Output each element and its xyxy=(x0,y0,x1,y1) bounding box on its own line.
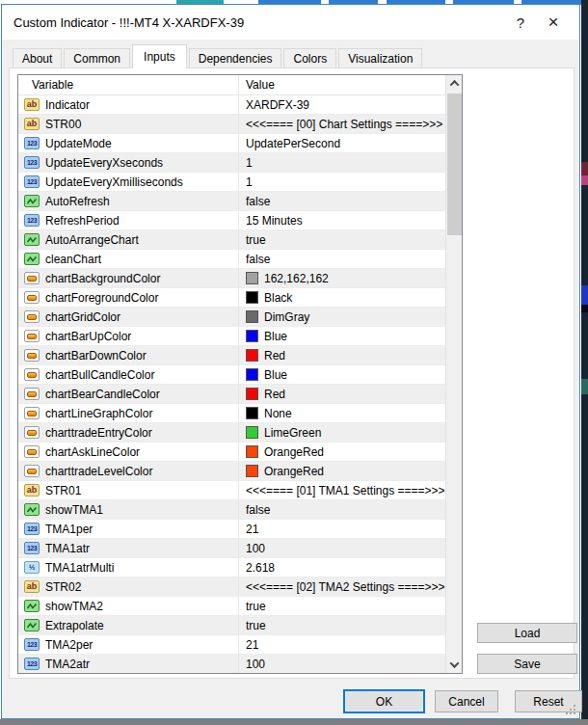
table-row[interactable]: chartGridColorDimGray xyxy=(18,308,445,327)
cancel-button[interactable]: Cancel xyxy=(435,690,498,712)
variable-cell[interactable]: chartBarDownColor xyxy=(18,346,239,364)
variable-cell[interactable]: cleanChart xyxy=(18,250,239,268)
table-row[interactable]: chartBarUpColorBlue xyxy=(18,327,445,346)
value-cell[interactable]: 162,162,162 xyxy=(239,269,445,287)
value-cell[interactable]: OrangeRed xyxy=(239,462,445,480)
value-cell[interactable]: false xyxy=(239,250,445,268)
variable-cell[interactable]: 123TMA2atr xyxy=(18,655,239,673)
table-row[interactable]: chartBullCandleColorBlue xyxy=(18,365,445,385)
table-row[interactable]: AutoRefreshfalse xyxy=(18,192,445,211)
tab-inputs[interactable]: Inputs xyxy=(132,44,187,68)
table-row[interactable]: abSTR01<<<==== [01] TMA1 Settings ====>>… xyxy=(18,481,445,500)
variable-cell[interactable]: abSTR02 xyxy=(18,577,239,596)
table-row[interactable]: 123UpdateEveryXmilliseconds1 xyxy=(18,173,445,192)
table-row[interactable]: chartBarDownColorRed xyxy=(18,346,445,365)
variable-cell[interactable]: 123TMA1per xyxy=(18,520,239,538)
variable-cell[interactable]: ½TMA1atrMulti xyxy=(18,558,239,577)
value-cell[interactable]: None xyxy=(239,404,445,422)
variable-cell[interactable]: chartBarUpColor xyxy=(18,327,239,345)
tab-common[interactable]: Common xyxy=(64,48,130,68)
variable-cell[interactable]: charttradeLevelColor xyxy=(18,462,239,480)
table-row[interactable]: abIndicatorXARDFX-39 xyxy=(18,95,445,115)
value-cell[interactable]: false xyxy=(239,192,445,210)
variable-cell[interactable]: AutoRefresh xyxy=(18,192,239,210)
title-bar[interactable]: Custom Indicator - !!!-MT4 X-XARDFX-39 ?… xyxy=(2,5,579,40)
scrollbar-thumb[interactable] xyxy=(447,94,462,235)
variable-cell[interactable]: abIndicator xyxy=(18,95,239,114)
variable-cell[interactable]: abSTR00 xyxy=(18,115,239,133)
scroll-down-button[interactable] xyxy=(446,657,463,673)
value-cell[interactable]: <<<==== [01] TMA1 Settings ====>>> xyxy=(239,481,445,499)
variable-cell[interactable]: AutoArrangeChart xyxy=(18,230,239,249)
tab-colors[interactable]: Colors xyxy=(283,48,336,68)
value-cell[interactable]: true xyxy=(239,597,445,615)
value-cell[interactable]: 100 xyxy=(239,539,445,557)
variable-cell[interactable]: chartBullCandleColor xyxy=(18,365,239,384)
value-cell[interactable]: true xyxy=(239,616,445,634)
column-header-value[interactable]: Value xyxy=(239,75,462,94)
scroll-up-button[interactable] xyxy=(446,75,463,92)
variable-cell[interactable]: Extrapolate xyxy=(18,616,239,634)
variable-cell[interactable]: 123RefreshPeriod xyxy=(18,211,239,229)
variable-cell[interactable]: charttradeEntryColor xyxy=(18,423,239,442)
variable-cell[interactable]: chartLineGraphColor xyxy=(18,404,239,422)
variable-cell[interactable]: 123UpdateEveryXseconds xyxy=(18,153,239,172)
table-row[interactable]: charttradeLevelColorOrangeRed xyxy=(18,462,445,481)
variable-cell[interactable]: showTMA2 xyxy=(18,597,239,615)
resize-grip-icon[interactable] xyxy=(566,705,575,714)
value-cell[interactable]: Red xyxy=(239,385,445,403)
variable-cell[interactable]: chartAskLineColor xyxy=(18,443,239,461)
table-row[interactable]: chartAskLineColorOrangeRed xyxy=(18,443,445,462)
value-cell[interactable]: Black xyxy=(239,288,445,307)
table-row[interactable]: charttradeEntryColorLimeGreen xyxy=(18,423,445,443)
close-button[interactable]: × xyxy=(537,8,570,37)
value-cell[interactable]: 1 xyxy=(239,153,445,172)
table-row[interactable]: ½TMA1atrMulti2.618 xyxy=(18,558,445,577)
value-cell[interactable]: 100 xyxy=(239,655,445,673)
table-row[interactable]: 123UpdateModeUpdatePerSecond xyxy=(18,134,445,153)
tab-about[interactable]: About xyxy=(13,48,62,68)
variable-cell[interactable]: abSTR01 xyxy=(18,481,239,499)
value-cell[interactable]: <<<==== [00] Chart Settings ====>>> xyxy=(239,115,445,133)
table-row[interactable]: showTMA2true xyxy=(18,597,445,616)
value-cell[interactable]: Red xyxy=(239,346,445,364)
table-row[interactable]: chartForegroundColorBlack xyxy=(18,288,445,308)
value-cell[interactable]: 2.618 xyxy=(239,558,445,577)
value-cell[interactable]: OrangeRed xyxy=(239,443,445,461)
variable-cell[interactable]: chartBearCandleColor xyxy=(18,385,239,403)
table-row[interactable]: abSTR00<<<==== [00] Chart Settings ====>… xyxy=(18,115,445,134)
variable-cell[interactable]: chartBackgroundColor xyxy=(18,269,239,287)
variable-cell[interactable]: 123TMA1atr xyxy=(18,539,239,557)
save-button[interactable]: Save xyxy=(477,654,577,674)
tab-dependencies[interactable]: Dependencies xyxy=(189,48,282,68)
value-cell[interactable]: XARDFX-39 xyxy=(239,95,445,114)
variable-cell[interactable]: 123UpdateMode xyxy=(18,134,239,152)
value-cell[interactable]: 15 Minutes xyxy=(239,211,445,229)
table-row[interactable]: 123TMA2per21 xyxy=(18,635,445,655)
value-cell[interactable]: true xyxy=(239,230,445,249)
load-button[interactable]: Load xyxy=(477,623,577,643)
variable-cell[interactable]: 123UpdateEveryXmilliseconds xyxy=(18,173,239,191)
column-header-variable[interactable]: Variable xyxy=(18,75,239,94)
table-row[interactable]: chartBearCandleColorRed xyxy=(18,385,445,404)
value-cell[interactable]: <<<==== [02] TMA2 Settings ====>>> xyxy=(239,577,445,596)
table-row[interactable]: chartLineGraphColorNone xyxy=(18,404,445,423)
variable-cell[interactable]: 123TMA2per xyxy=(18,635,239,654)
table-row[interactable]: 123TMA2atr100 xyxy=(18,655,445,673)
table-row[interactable]: cleanChartfalse xyxy=(18,250,445,269)
table-row[interactable]: 123TMA1per21 xyxy=(18,520,445,539)
variable-cell[interactable]: chartForegroundColor xyxy=(18,288,239,307)
variable-cell[interactable]: showTMA1 xyxy=(18,500,239,519)
help-button[interactable]: ? xyxy=(504,8,537,37)
value-cell[interactable]: Blue xyxy=(239,365,445,384)
value-cell[interactable]: DimGray xyxy=(239,308,445,326)
table-row[interactable]: chartBackgroundColor162,162,162 xyxy=(18,269,445,288)
value-cell[interactable]: 1 xyxy=(239,173,445,191)
value-cell[interactable]: Blue xyxy=(239,327,445,345)
table-row[interactable]: 123UpdateEveryXseconds1 xyxy=(18,153,445,173)
value-cell[interactable]: LimeGreen xyxy=(239,423,445,442)
table-row[interactable]: abSTR02<<<==== [02] TMA2 Settings ====>>… xyxy=(18,577,445,597)
ok-button[interactable]: OK xyxy=(343,689,425,713)
value-cell[interactable]: 21 xyxy=(239,635,445,654)
table-row[interactable]: 123RefreshPeriod15 Minutes xyxy=(18,211,445,230)
